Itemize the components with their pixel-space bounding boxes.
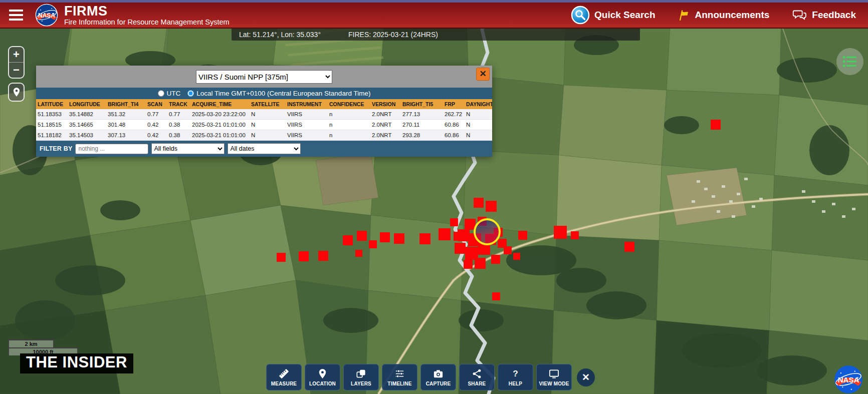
column-header[interactable]: CONFIDENCE xyxy=(328,99,370,109)
utc-radio[interactable] xyxy=(158,90,164,97)
selected-fire-ring[interactable] xyxy=(474,218,501,245)
column-header[interactable]: BRIGHT_TI4 xyxy=(106,99,146,109)
filter-fields-select[interactable]: All fields xyxy=(151,143,225,154)
share-button[interactable]: SHARE xyxy=(459,364,495,390)
fire-marker[interactable] xyxy=(455,243,466,254)
satellite-map[interactable] xyxy=(0,0,868,394)
toolbar-button-label: MEASURE xyxy=(271,381,297,386)
fire-marker[interactable] xyxy=(491,255,500,264)
fire-marker[interactable] xyxy=(475,258,486,269)
fire-marker[interactable] xyxy=(624,242,634,252)
filter-input[interactable] xyxy=(75,144,148,154)
table-row[interactable]: 51.1851535.14665301.480.420.382025-03-21… xyxy=(36,120,492,130)
table-cell: 2025-03-20 23:22:00 xyxy=(190,109,250,120)
zoom-out-button[interactable]: − xyxy=(9,63,24,78)
svg-text:NASA: NASA xyxy=(838,375,859,384)
close-toolbar-button[interactable]: ✕ xyxy=(577,368,595,386)
fires-date: FIRES: 2025-03-21 (24HRS) xyxy=(348,31,438,39)
measure-button[interactable]: MEASURE xyxy=(266,364,302,390)
column-header[interactable]: ACQUIRE_TIME xyxy=(190,99,250,109)
menu-icon[interactable] xyxy=(9,10,23,21)
fire-marker[interactable] xyxy=(394,233,404,244)
fire-marker[interactable] xyxy=(486,201,497,212)
table-cell: 351.32 xyxy=(106,109,146,120)
table-cell: 307.13 xyxy=(106,130,146,141)
table-cell: 35.14882 xyxy=(68,109,106,120)
filter-bar: FILTER BY All fields All dates xyxy=(36,141,492,157)
fire-marker[interactable] xyxy=(518,231,527,240)
announcements-button[interactable]: Announcements xyxy=(678,9,769,22)
help-button[interactable]: ?HELP xyxy=(498,364,533,390)
fire-marker[interactable] xyxy=(513,253,520,260)
column-header[interactable]: LATITUDE xyxy=(36,99,68,109)
utc-radio-label[interactable]: UTC xyxy=(158,90,181,97)
nasa-logo-bottom[interactable]: NASA xyxy=(834,365,863,394)
fire-marker[interactable] xyxy=(504,246,512,254)
quick-search-button[interactable]: Quick Search xyxy=(571,6,655,25)
scale-bar-km: 2 km xyxy=(8,339,54,347)
fire-marker[interactable] xyxy=(343,235,353,245)
fire-marker[interactable] xyxy=(299,251,309,261)
fire-marker[interactable] xyxy=(318,251,328,261)
column-header[interactable]: BRIGHT_TI5 xyxy=(401,99,443,109)
fire-marker[interactable] xyxy=(554,226,567,239)
table-cell: N xyxy=(465,109,492,120)
feedback-button[interactable]: Feedback xyxy=(792,9,856,22)
local-time-radio[interactable] xyxy=(187,90,194,97)
quick-search-label: Quick Search xyxy=(594,10,655,21)
fire-marker[interactable] xyxy=(450,218,458,226)
column-header[interactable]: DAYNIGHT xyxy=(465,99,492,109)
column-header[interactable]: VERSION xyxy=(370,99,401,109)
capture-button[interactable]: CAPTURE xyxy=(420,364,456,390)
fire-marker[interactable] xyxy=(277,253,286,262)
table-cell: 35.14665 xyxy=(68,120,106,130)
column-header[interactable]: SATELLITE xyxy=(250,99,286,109)
fire-marker[interactable] xyxy=(711,120,721,130)
filter-dates-select[interactable]: All dates xyxy=(228,143,301,154)
ruler-icon xyxy=(278,368,290,379)
location-button[interactable]: LOCATION xyxy=(305,364,340,390)
close-panel-button[interactable]: ✕ xyxy=(476,68,490,81)
local-time-radio-label[interactable]: Local Time GMT+0100 (Central European St… xyxy=(187,90,370,97)
fire-marker[interactable] xyxy=(355,250,362,257)
map-toolbar: MEASURELOCATIONLAYERSTIMELINECAPTURESHAR… xyxy=(266,364,595,390)
table-cell: VIIRS xyxy=(286,109,328,120)
fire-marker[interactable] xyxy=(492,292,500,300)
column-header[interactable]: LONGITUDE xyxy=(68,99,106,109)
timeline-button[interactable]: TIMELINE xyxy=(382,364,417,390)
timezone-row: UTC Local Time GMT+0100 (Central Europea… xyxy=(36,88,492,99)
utc-label: UTC xyxy=(167,90,181,97)
table-cell: n xyxy=(328,120,370,130)
fire-list-button[interactable] xyxy=(836,48,863,75)
my-location-button[interactable] xyxy=(8,83,25,102)
fire-marker[interactable] xyxy=(439,228,451,240)
watermark: THE INSIDER xyxy=(20,353,133,373)
column-header[interactable]: SCAN xyxy=(146,99,167,109)
toolbar-button-label: VIEW MODE xyxy=(539,381,569,386)
column-header[interactable]: TRACK xyxy=(167,99,190,109)
toolbar-button-label: LAYERS xyxy=(351,381,371,386)
table-cell: 2.0NRT xyxy=(370,130,401,141)
dataset-select[interactable]: VIIRS / Suomi NPP [375m] xyxy=(196,70,332,84)
column-header[interactable]: INSTRUMENT xyxy=(286,99,328,109)
column-header[interactable]: FRP xyxy=(443,99,465,109)
fire-marker[interactable] xyxy=(380,232,390,242)
fire-marker[interactable] xyxy=(357,231,367,241)
table-cell: 60.86 xyxy=(443,120,465,130)
layers-button[interactable]: LAYERS xyxy=(343,364,379,390)
local-time-label: Local Time GMT+0100 (Central European St… xyxy=(196,90,370,97)
fire-marker[interactable] xyxy=(571,231,579,239)
location-pin-icon xyxy=(12,86,22,98)
monitor-icon xyxy=(548,368,560,379)
fire-marker[interactable] xyxy=(474,198,484,208)
table-row[interactable]: 51.1818235.14503307.130.420.382025-03-21… xyxy=(36,130,492,141)
fire-marker[interactable] xyxy=(464,260,473,269)
zoom-in-button[interactable]: + xyxy=(9,47,24,62)
table-cell: 2025-03-21 01:01:00 xyxy=(190,120,250,130)
table-row[interactable]: 51.1835335.14882351.320.770.772025-03-20… xyxy=(36,109,492,120)
table-cell: 2.0NRT xyxy=(370,120,401,130)
view-mode-button[interactable]: VIEW MODE xyxy=(536,364,572,390)
table-cell: 51.18353 xyxy=(36,109,68,120)
fire-marker[interactable] xyxy=(419,233,430,244)
fire-marker[interactable] xyxy=(369,240,377,248)
